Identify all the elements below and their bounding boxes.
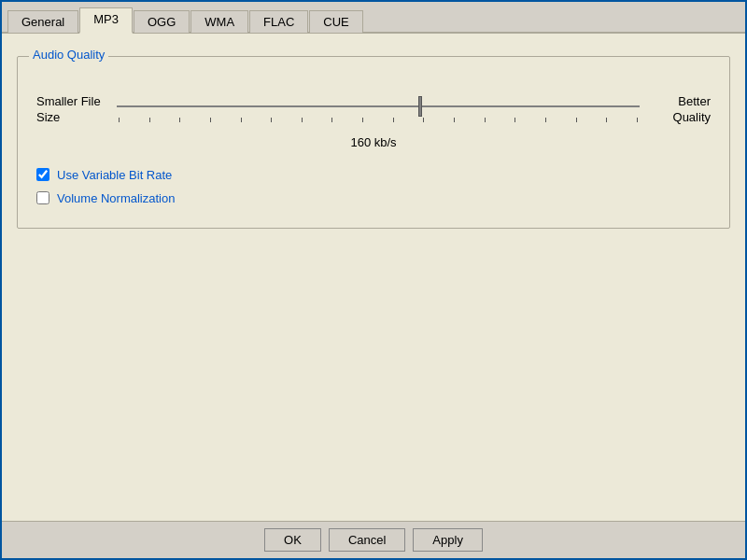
slider-thumb[interactable] [418,96,422,117]
volume-normalization-row: Volume Normalization [36,191,711,205]
apply-button[interactable]: Apply [413,528,483,552]
slider-label-right: Better Quality [655,94,711,126]
use-variable-bitrate-label[interactable]: Use Variable Bit Rate [57,168,172,182]
bottom-bar: OK Cancel Apply [2,521,745,558]
tick [119,118,120,122]
tab-mp3[interactable]: MP3 [79,7,133,34]
tick [576,118,577,122]
tick [241,118,242,122]
tick [393,118,394,122]
volume-normalization-label[interactable]: Volume Normalization [57,191,175,205]
cancel-button[interactable]: Cancel [329,528,405,552]
tab-ogg[interactable]: OGG [134,10,190,33]
tick [485,118,486,122]
volume-normalization-checkbox[interactable] [36,191,49,204]
slider-section: Smaller File Size [36,94,711,126]
tick [454,118,455,122]
slider-track-wrapper[interactable] [117,97,640,116]
tick [606,118,607,122]
tick [423,118,424,122]
tick [179,118,180,122]
tick [302,118,303,122]
tick [331,118,332,122]
tab-cue[interactable]: CUE [309,10,362,33]
tick [545,118,546,122]
bitrate-display: 160 kb/s [36,135,711,149]
tab-general[interactable]: General [7,10,78,33]
slider-track [117,105,640,107]
tab-flac[interactable]: FLAC [249,10,308,33]
slider-container[interactable] [117,97,640,122]
tick [271,118,272,122]
use-variable-bitrate-row: Use Variable Bit Rate [36,168,711,182]
tab-bar: General MP3 OGG WMA FLAC CUE [2,2,745,34]
tick [149,118,150,122]
tab-wma[interactable]: WMA [190,10,248,33]
group-title: Audio Quality [29,48,108,62]
audio-quality-group: Audio Quality Smaller File Size [17,56,730,229]
tick [637,118,638,122]
slider-label-left: Smaller File Size [36,94,102,126]
tick [210,118,211,122]
main-window: General MP3 OGG WMA FLAC CUE Audio Quali… [0,0,747,560]
content-area: Audio Quality Smaller File Size [2,34,745,521]
tick [514,118,515,122]
ok-button[interactable]: OK [264,528,321,552]
use-variable-bitrate-checkbox[interactable] [36,168,49,181]
slider-ticks [117,118,640,122]
tick [362,118,363,122]
